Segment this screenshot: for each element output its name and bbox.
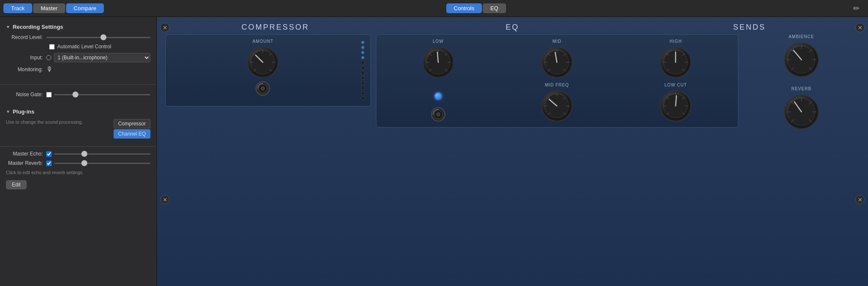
noise-gate-slider-container — [46, 92, 150, 97]
sends-reverb-knob[interactable] — [782, 93, 821, 131]
comp-dot-4 — [361, 56, 364, 59]
eq-low-label: LOW — [433, 39, 444, 44]
compressor-header: COMPRESSOR — [157, 23, 394, 32]
svg-point-45 — [437, 113, 440, 116]
master-tab[interactable]: Master — [33, 3, 65, 13]
remove-left-button[interactable]: ✕ — [160, 23, 170, 32]
fx-headers: COMPRESSOR EQ SENDS — [157, 17, 868, 34]
eq-header: EQ — [394, 23, 631, 32]
master-echo-controls — [46, 151, 150, 157]
collapse-triangle: ▼ — [6, 25, 10, 29]
divider-2 — [0, 146, 156, 147]
comp-dot-12 — [361, 97, 364, 100]
noise-gate-section: Noise Gate: — [0, 89, 156, 106]
recording-settings-title: Recording Settings — [13, 24, 63, 30]
controls-tab[interactable]: Controls — [446, 3, 482, 13]
auto-level-label: Automatic Level Control — [57, 44, 111, 50]
track-tab[interactable]: Track — [3, 3, 32, 13]
plugins-triangle: ▼ — [6, 109, 10, 114]
comp-dot-10 — [361, 86, 364, 90]
echo-reverb-section: Master Echo: Master Reverb: Click to edi… — [0, 151, 156, 193]
right-panel: ✕ ✕ ✕ ✕ COMPRESSOR EQ SENDS AMOUNT — [157, 17, 868, 286]
eq-low-group: LOW — [421, 39, 455, 79]
plugin-hint: Use to change the sound processing. — [6, 119, 109, 125]
eq-low-cut-knob[interactable] — [659, 89, 693, 123]
compressor-level-dots — [359, 39, 366, 102]
plugin-list: Compressor Channel EQ — [114, 119, 150, 139]
remove-left-bottom-button[interactable]: ✕ — [160, 195, 170, 204]
auto-level-row: Automatic Level Control — [6, 44, 150, 50]
eq-jack-connector — [431, 107, 446, 122]
input-radio[interactable] — [46, 55, 51, 60]
comp-dot-2 — [361, 46, 364, 49]
controls-eq-tabs: Controls EQ — [104, 3, 848, 13]
master-echo-slider[interactable] — [54, 153, 150, 155]
master-reverb-label: Master Reverb: — [6, 160, 46, 166]
input-row: Input: 1 (Built-in...icrophone) — [6, 53, 150, 62]
remove-right-bottom-button[interactable]: ✕ — [855, 195, 865, 204]
plugins-body: Use to change the sound processing. Comp… — [6, 119, 150, 139]
edit-button[interactable]: Edit — [6, 180, 27, 189]
compressor-amount-knob[interactable] — [246, 45, 280, 79]
master-reverb-slider[interactable] — [54, 163, 150, 164]
svg-point-12 — [261, 87, 264, 90]
sends-ambience-knob[interactable] — [782, 41, 821, 79]
plugins-header[interactable]: ▼ Plug-ins — [6, 108, 150, 115]
eq-high-knob[interactable] — [659, 45, 693, 79]
echo-reverb-hint: Click to edit echo and reverb settings. — [6, 169, 150, 176]
sends-reverb-group: REVERB — [782, 86, 821, 131]
compare-tab[interactable]: Compare — [66, 3, 104, 13]
edit-icon[interactable]: ✏ — [848, 4, 865, 13]
eq-mid-knob[interactable] — [540, 45, 574, 79]
comp-dot-6 — [361, 66, 364, 69]
comp-dot-7 — [361, 71, 364, 75]
top-bar: Track Master Compare Controls EQ ✏ — [0, 0, 868, 17]
noise-gate-checkbox[interactable] — [46, 92, 52, 97]
record-level-slider[interactable] — [46, 37, 150, 38]
sends-ambience-label: AMBIENCE — [789, 34, 814, 39]
eq-led-indicator[interactable] — [434, 92, 442, 100]
input-select-wrapper: 1 (Built-in...icrophone) — [46, 53, 150, 62]
comp-dot-11 — [361, 92, 364, 95]
left-panel: ▼ Recording Settings Record Level: Autom… — [0, 17, 157, 286]
compressor-jack-connector — [255, 81, 270, 96]
main-content: ▼ Recording Settings Record Level: Autom… — [0, 17, 868, 286]
master-reverb-row: Master Reverb: — [6, 160, 150, 166]
master-reverb-controls — [46, 161, 150, 166]
eq-top-row: LOW — [381, 39, 734, 79]
sends-ambience-group: AMBIENCE — [782, 34, 821, 79]
eq-low-knob[interactable] — [421, 45, 455, 79]
fx-panels: AMOUNT — [157, 34, 868, 286]
input-select[interactable]: 1 (Built-in...icrophone) — [54, 53, 150, 62]
sends-header: SENDS — [631, 23, 868, 32]
input-label: Input: — [6, 55, 46, 61]
eq-low-cut-group: LOW CUT — [659, 83, 693, 123]
master-reverb-checkbox[interactable] — [46, 161, 52, 166]
plugin-compressor[interactable]: Compressor — [114, 119, 150, 128]
eq-led-group — [431, 84, 446, 122]
plugins-section: ▼ Plug-ins Use to change the sound proce… — [0, 106, 156, 144]
microphone-icon[interactable]: 🎙 — [46, 66, 53, 73]
eq-high-label: HIGH — [670, 39, 682, 44]
record-level-row: Record Level: — [6, 34, 150, 40]
compressor-amount-label: AMOUNT — [253, 39, 273, 44]
noise-gate-slider[interactable] — [54, 94, 150, 95]
eq-tab[interactable]: EQ — [483, 3, 506, 13]
master-echo-row: Master Echo: — [6, 151, 150, 157]
eq-mid-freq-knob[interactable] — [540, 89, 574, 123]
comp-dot-3 — [361, 51, 364, 54]
noise-gate-label: Noise Gate: — [6, 92, 46, 97]
auto-level-checkbox[interactable] — [49, 44, 55, 50]
monitoring-label: Monitoring: — [6, 67, 46, 72]
master-echo-checkbox[interactable] — [46, 151, 52, 157]
compressor-inner: AMOUNT — [170, 39, 366, 102]
divider-1 — [0, 84, 156, 85]
remove-right-top-button[interactable]: ✕ — [855, 23, 865, 32]
eq-bottom-row: MID FREQ — [381, 83, 734, 123]
comp-dot-1 — [361, 41, 364, 44]
comp-dot-8 — [361, 76, 364, 80]
compressor-panel: AMOUNT — [165, 34, 371, 106]
sends-knob-column: AMBIENCE — [748, 34, 855, 131]
recording-settings-header[interactable]: ▼ Recording Settings — [6, 24, 150, 30]
plugin-channel-eq[interactable]: Channel EQ — [114, 129, 150, 139]
